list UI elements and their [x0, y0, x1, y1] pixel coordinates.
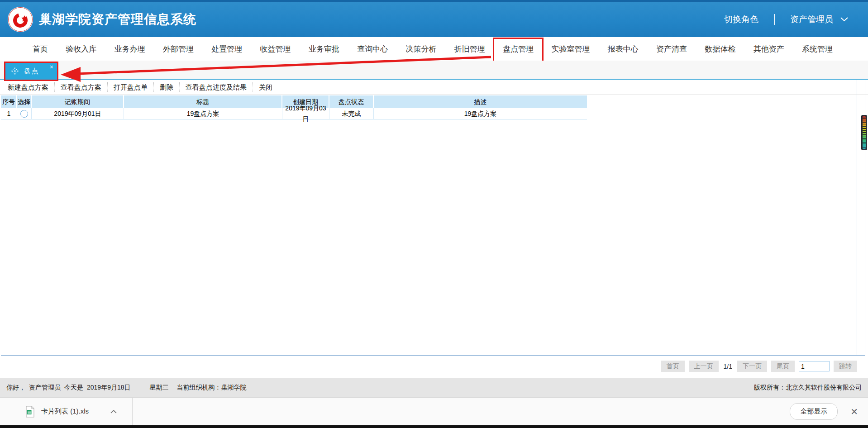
tab-inventory[interactable]: 盘点 ×: [5, 63, 57, 79]
nav-item-query[interactable]: 查询中心: [357, 44, 388, 54]
nav-item-reports[interactable]: 报表中心: [608, 44, 639, 54]
status-greeting: 你好，: [6, 384, 25, 392]
tab-inventory-label: 盘点: [24, 67, 39, 76]
tab-close-icon[interactable]: ×: [50, 63, 53, 71]
current-role-dropdown[interactable]: 资产管理员: [790, 14, 848, 25]
close-downloads-icon[interactable]: ✕: [850, 406, 858, 417]
copyright-text: 版权所有：北京久其软件股份有限公司: [754, 384, 862, 392]
target-icon: [11, 67, 19, 75]
prev-page-button[interactable]: 上一页: [689, 361, 719, 372]
nav-item-external[interactable]: 外部管理: [163, 44, 194, 54]
first-page-button[interactable]: 首页: [661, 361, 685, 372]
status-weekday: 星期三: [150, 384, 169, 392]
close-button[interactable]: 关闭: [253, 82, 278, 92]
column-header-seq: 序号: [1, 95, 17, 108]
download-filename: 卡片列表 (1).xls: [41, 407, 89, 416]
row-title: 19盘点方案: [124, 108, 282, 119]
row-created-date: 2019年09月03日: [282, 108, 329, 119]
status-date: 2019年9月18日: [87, 384, 131, 392]
status-today-label: 今天是: [64, 384, 83, 392]
view-inventory-plan-button[interactable]: 查看盘点方案: [55, 82, 108, 92]
row-select-cell: [17, 108, 32, 119]
new-inventory-plan-button[interactable]: 新建盘点方案: [2, 82, 55, 92]
download-shelf-actions: 全部显示 ✕: [790, 403, 868, 420]
nav-item-depreciation[interactable]: 折旧管理: [454, 44, 485, 54]
panel-inner-border: [857, 80, 857, 355]
nav-item-approval[interactable]: 业务审批: [309, 44, 339, 54]
nav-item-acceptance[interactable]: 验收入库: [66, 44, 96, 54]
download-shelf: 卡片列表 (1).xls 全部显示 ✕: [0, 397, 868, 425]
scroll-indicator-stripes: [863, 116, 866, 149]
column-header-title: 标题: [124, 95, 282, 108]
jump-button[interactable]: 跳转: [834, 361, 857, 372]
app-header: 巢湖学院资产管理信息系统 切换角色 资产管理员: [0, 0, 868, 37]
column-header-description: 描述: [374, 95, 587, 108]
status-role: 资产管理员: [29, 384, 61, 392]
open-inventory-sheet-button[interactable]: 打开盘点单: [108, 82, 154, 92]
nav-item-asset-check[interactable]: 资产清查: [656, 44, 687, 54]
inventory-plan-table: 序号 选择 记账期间 标题 创建日期 盘点状态 描述 1 2019年09月01日…: [1, 95, 587, 119]
nav-item-other-assets[interactable]: 其他资产: [754, 44, 784, 54]
view-progress-results-button[interactable]: 查看盘点进度及结果: [180, 82, 253, 92]
app-window: 巢湖学院资产管理信息系统 切换角色 资产管理员 首页 验收入库 业务办理 外部管…: [0, 0, 868, 428]
row-radio-button[interactable]: [20, 110, 28, 118]
nav-item-system[interactable]: 系统管理: [802, 44, 833, 54]
column-header-accounting-period: 记账期间: [32, 95, 124, 108]
chevron-down-icon: [840, 17, 848, 22]
nav-item-revenue[interactable]: 收益管理: [260, 44, 291, 54]
switch-role-button[interactable]: 切换角色: [724, 14, 758, 25]
page-info: 1/1: [724, 363, 732, 370]
pagination-bar: 首页 上一页 1/1 下一页 尾页 跳转: [0, 356, 868, 377]
inventory-toolbar: 新建盘点方案 查看盘点方案 打开盘点单 删除 查看盘点进度及结果 关闭: [0, 80, 868, 95]
row-status: 未完成: [329, 108, 374, 119]
scroll-indicator-widget[interactable]: [861, 115, 867, 150]
page-title: 巢湖学院资产管理信息系统: [39, 11, 196, 28]
row-seq: 1: [1, 108, 17, 119]
show-all-downloads-button[interactable]: 全部显示: [790, 403, 838, 420]
nav-item-inventory-label: 盘点管理: [503, 45, 534, 53]
delete-button[interactable]: 删除: [154, 82, 180, 92]
column-header-status: 盘点状态: [329, 95, 374, 108]
bottom-edge-strip: [0, 425, 868, 428]
header-user-area: 切换角色 资产管理员: [724, 14, 868, 25]
table-row[interactable]: 1 2019年09月01日 19盘点方案 2019年09月03日 未完成 19盘…: [1, 108, 587, 119]
main-nav: 首页 验收入库 业务办理 外部管理 处置管理 收益管理 业务审批 查询中心 决策…: [0, 37, 868, 61]
nav-item-business[interactable]: 业务办理: [114, 44, 145, 54]
nav-item-home[interactable]: 首页: [33, 44, 48, 54]
status-bar: 你好， 资产管理员 今天是 2019年9月18日 星期三 当前组织机构：巢湖学院…: [0, 378, 868, 397]
chevron-up-icon[interactable]: [110, 410, 117, 414]
last-page-button[interactable]: 尾页: [771, 361, 795, 372]
next-page-button[interactable]: 下一页: [737, 361, 767, 372]
status-organization: 当前组织机构：巢湖学院: [177, 384, 247, 392]
nav-item-data-check[interactable]: 数据体检: [705, 44, 735, 54]
current-role-label: 资产管理员: [790, 14, 833, 25]
excel-file-icon: [25, 406, 35, 418]
nav-item-inventory[interactable]: 盘点管理: [503, 44, 534, 54]
nav-item-analysis[interactable]: 决策分析: [406, 44, 437, 54]
tab-strip: [0, 61, 868, 80]
row-description: 19盘点方案: [374, 108, 587, 119]
row-accounting-period: 2019年09月01日: [32, 108, 124, 119]
page-jump-input[interactable]: [799, 361, 830, 371]
download-item[interactable]: 卡片列表 (1).xls: [0, 398, 133, 425]
nav-item-lab[interactable]: 实验室管理: [551, 44, 590, 54]
university-logo-icon: [7, 6, 33, 33]
header-divider: [774, 14, 775, 25]
column-header-select: 选择: [17, 95, 32, 108]
nav-item-disposal[interactable]: 处置管理: [211, 44, 242, 54]
